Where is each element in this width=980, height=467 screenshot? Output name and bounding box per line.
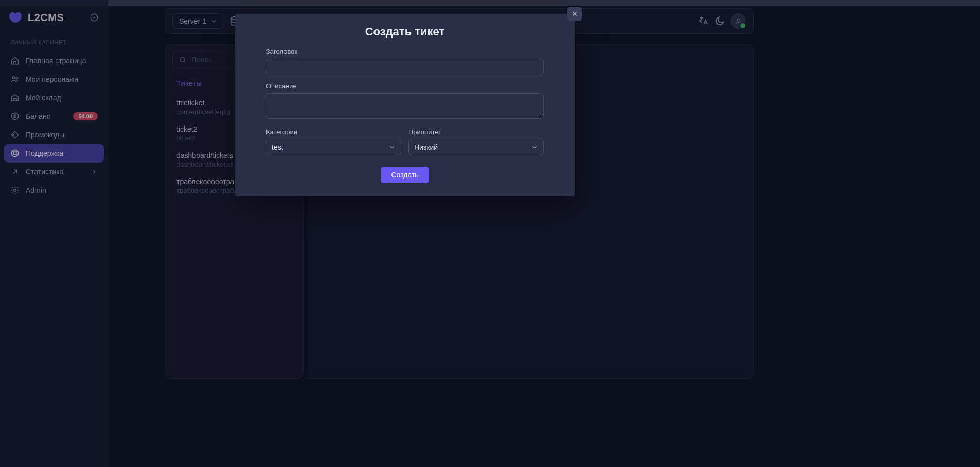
category-value: test <box>272 143 283 151</box>
field-label-description: Описание <box>266 82 544 90</box>
category-select[interactable]: test <box>266 139 401 155</box>
ticket-title-input[interactable] <box>266 59 544 75</box>
create-ticket-modal: Создать тикет Заголовок Описание Категор… <box>235 14 575 196</box>
create-button[interactable]: Создать <box>381 167 429 183</box>
close-icon <box>571 10 578 17</box>
chevron-down-icon <box>388 143 396 151</box>
modal-title: Создать тикет <box>235 23 575 48</box>
ticket-description-textarea[interactable] <box>266 93 544 119</box>
field-label-priority: Приоритет <box>408 128 544 136</box>
chevron-down-icon <box>531 143 538 151</box>
field-label-title: Заголовок <box>266 48 544 56</box>
field-label-category: Категория <box>266 128 401 136</box>
modal-close-button[interactable] <box>567 7 582 21</box>
priority-value: Низкий <box>414 143 438 151</box>
create-button-label: Создать <box>391 171 418 179</box>
priority-select[interactable]: Низкий <box>408 139 544 155</box>
